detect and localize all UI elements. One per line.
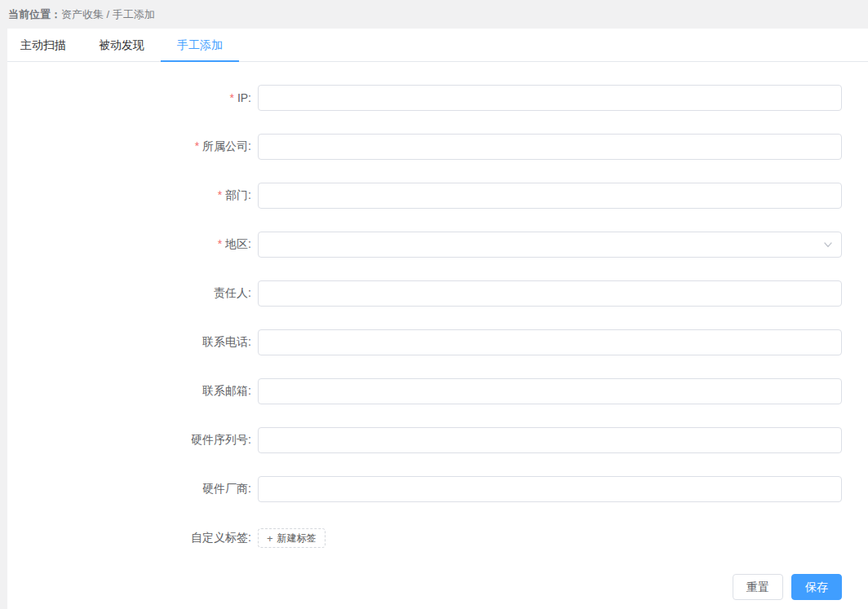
region-label: *地区:	[7, 237, 258, 252]
region-select-input[interactable]	[258, 232, 842, 258]
owner-input[interactable]	[258, 280, 842, 307]
tab-active-scan[interactable]: 主动扫描	[20, 29, 82, 61]
required-asterisk: *	[195, 139, 199, 152]
form-row-ip: *IP:	[7, 85, 842, 111]
new-tag-button[interactable]: + 新建标签	[258, 528, 326, 548]
required-asterisk: *	[218, 188, 222, 201]
company-input[interactable]	[258, 134, 842, 160]
ip-label: *IP:	[7, 91, 258, 104]
email-input[interactable]	[258, 378, 842, 404]
ip-control	[258, 85, 842, 111]
owner-control	[258, 280, 842, 307]
form-row-phone: 联系电话:	[7, 329, 842, 355]
company-control	[258, 134, 842, 160]
serial-control	[258, 427, 842, 453]
new-tag-button-label: 新建标签	[277, 532, 317, 545]
form-footer: 重置 保存	[7, 574, 868, 600]
form-row-email: 联系邮箱:	[7, 378, 842, 404]
breadcrumb-prefix: 当前位置：	[8, 8, 61, 20]
email-label: 联系邮箱:	[7, 384, 258, 399]
save-button[interactable]: 保存	[791, 574, 842, 600]
company-label: *所属公司:	[7, 139, 258, 154]
department-input[interactable]	[258, 183, 842, 209]
department-control	[258, 183, 842, 209]
plus-icon: +	[267, 532, 273, 545]
owner-label: 责任人:	[7, 286, 258, 301]
required-asterisk: *	[229, 91, 233, 104]
form-row-region: *地区:	[7, 232, 842, 258]
form-row-company: *所属公司:	[7, 134, 842, 160]
vendor-label: 硬件厂商:	[7, 482, 258, 496]
serial-input[interactable]	[258, 427, 842, 453]
breadcrumb: 当前位置：资产收集 / 手工添加	[0, 0, 868, 29]
ip-input[interactable]	[258, 85, 842, 111]
form-row-owner: 责任人:	[7, 280, 842, 307]
breadcrumb-path: 资产收集 / 手工添加	[61, 8, 155, 20]
vendor-control	[258, 476, 842, 502]
form-row-vendor: 硬件厂商:	[7, 476, 842, 502]
content-card: 主动扫描 被动发现 手工添加 *IP: *所属公司: *部门: *地区:	[7, 29, 868, 609]
form-row-serial: 硬件序列号:	[7, 427, 842, 453]
required-asterisk: *	[218, 237, 222, 250]
vendor-input[interactable]	[258, 476, 842, 502]
tab-manual-add[interactable]: 手工添加	[161, 29, 239, 61]
form-row-department: *部门:	[7, 183, 842, 209]
phone-input[interactable]	[258, 329, 842, 355]
custom-tags-label: 自定义标签:	[7, 531, 258, 545]
region-select[interactable]	[258, 232, 842, 258]
custom-tags-control: + 新建标签	[258, 525, 842, 551]
reset-button[interactable]: 重置	[733, 574, 783, 600]
department-label: *部门:	[7, 188, 258, 203]
email-control	[258, 378, 842, 404]
manual-add-form: *IP: *所属公司: *部门: *地区:	[7, 62, 868, 609]
serial-label: 硬件序列号:	[7, 433, 258, 448]
form-row-custom-tags: 自定义标签: + 新建标签	[7, 525, 842, 551]
phone-label: 联系电话:	[7, 335, 258, 350]
tab-bar: 主动扫描 被动发现 手工添加	[7, 29, 868, 62]
phone-control	[258, 329, 842, 355]
tab-passive-discovery[interactable]: 被动发现	[82, 29, 161, 61]
